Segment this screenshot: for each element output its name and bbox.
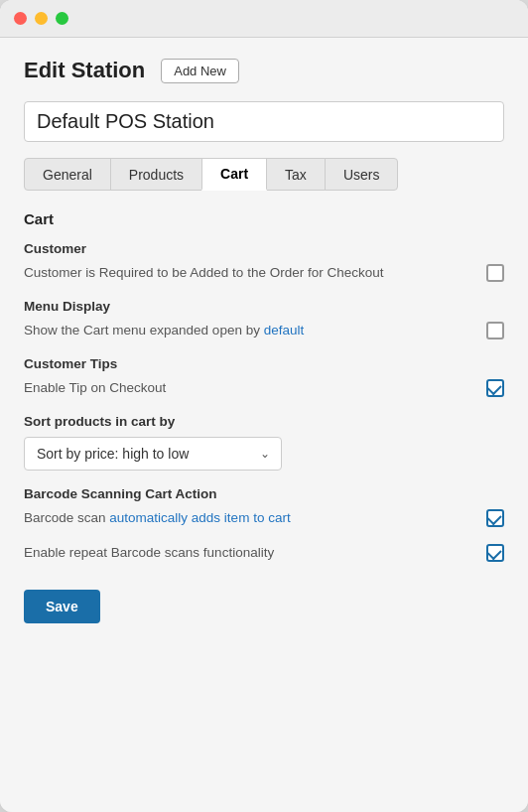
cart-section-label: Cart: [24, 210, 504, 227]
barcode-subsection-label: Barcode Scanning Cart Action: [24, 486, 504, 501]
sort-label: Sort products in cart by: [24, 414, 504, 429]
save-button[interactable]: Save: [24, 590, 100, 623]
customer-subsection-label: Customer: [24, 241, 504, 256]
minimize-icon[interactable]: [35, 12, 48, 25]
customer-required-label: Customer is Required to be Added to the …: [24, 264, 486, 283]
barcode-repeat-label: Enable repeat Barcode scans functionalit…: [24, 544, 486, 563]
close-icon[interactable]: [14, 12, 27, 25]
station-name-input[interactable]: [24, 101, 504, 142]
titlebar: [0, 0, 528, 38]
maximize-icon[interactable]: [56, 12, 68, 25]
menu-display-checkbox-wrap[interactable]: [486, 322, 504, 339]
menu-display-label: Show the Cart menu expanded open by defa…: [24, 322, 486, 340]
page-content: Edit Station Add New General Products Ca…: [0, 38, 528, 812]
menu-display-checkbox[interactable]: [486, 322, 504, 339]
barcode-auto-row: Barcode scan automatically adds item to …: [24, 507, 504, 530]
sort-dropdown-container: Sort by price: high to low Sort by price…: [24, 437, 282, 471]
barcode-auto-highlight: automatically adds item to cart: [109, 510, 290, 525]
tab-general[interactable]: General: [24, 158, 111, 191]
barcode-repeat-row: Enable repeat Barcode scans functionalit…: [24, 542, 504, 565]
menu-display-subsection-label: Menu Display: [24, 299, 504, 314]
barcode-auto-checkbox[interactable]: [486, 509, 504, 527]
customer-required-checkbox-wrap[interactable]: [486, 264, 504, 282]
barcode-auto-checkbox-wrap[interactable]: [486, 509, 504, 527]
customer-required-checkbox[interactable]: [486, 264, 504, 282]
tab-tax[interactable]: Tax: [266, 158, 326, 191]
tab-users[interactable]: Users: [325, 158, 399, 191]
enable-tip-checkbox[interactable]: [486, 379, 504, 397]
cart-section: Cart Customer Customer is Required to be…: [24, 210, 504, 623]
add-new-button[interactable]: Add New: [161, 59, 239, 83]
sort-dropdown-wrap: Sort by price: high to low Sort by price…: [24, 437, 504, 471]
menu-display-row: Show the Cart menu expanded open by defa…: [24, 320, 504, 342]
tab-cart[interactable]: Cart: [201, 158, 267, 191]
barcode-auto-label: Barcode scan automatically adds item to …: [24, 509, 486, 528]
page-header: Edit Station Add New: [24, 58, 504, 83]
enable-tip-label: Enable Tip on Checkout: [24, 379, 486, 398]
tabs-bar: General Products Cart Tax Users: [24, 158, 504, 191]
customer-tips-subsection-label: Customer Tips: [24, 356, 504, 371]
page-title: Edit Station: [24, 58, 145, 83]
enable-tip-row: Enable Tip on Checkout: [24, 377, 504, 400]
sort-dropdown[interactable]: Sort by price: high to low Sort by price…: [24, 437, 282, 471]
enable-tip-checkbox-wrap[interactable]: [486, 379, 504, 397]
tab-products[interactable]: Products: [110, 158, 202, 191]
customer-required-row: Customer is Required to be Added to the …: [24, 262, 504, 285]
barcode-repeat-checkbox[interactable]: [486, 544, 504, 562]
window: Edit Station Add New General Products Ca…: [0, 0, 528, 812]
barcode-repeat-checkbox-wrap[interactable]: [486, 544, 504, 562]
menu-display-highlight: default: [264, 323, 305, 338]
